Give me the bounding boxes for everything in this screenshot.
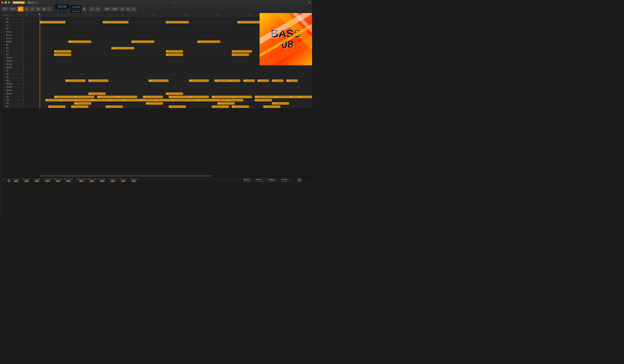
ma-acc-play[interactable]: ▶ bbox=[244, 181, 245, 182]
ma-acc-mute[interactable]: M bbox=[248, 181, 251, 182]
arrange-icon-1[interactable]: ☰ bbox=[4, 14, 5, 16]
sd-level-knob[interactable] bbox=[34, 180, 40, 182]
track-mute-btn[interactable]: ◀ bbox=[23, 86, 24, 88]
track-row[interactable] bbox=[25, 86, 312, 89]
track-header-mt[interactable]: 1 MT ◀ bbox=[3, 46, 25, 50]
clip-G#1-row-19[interactable]: G#1 bbox=[286, 79, 298, 82]
track-header-bd-acc[interactable]: 1 BD Acc ◀ bbox=[3, 92, 25, 95]
track-mute-btn[interactable]: ◀ bbox=[23, 47, 24, 49]
track-row[interactable]: D#1D#1D#1D#1D#1D#1D#1D#1D#1D#1D#1D#1D#1 bbox=[25, 95, 312, 98]
clip-D#1-row-24[interactable]: D#1 bbox=[74, 96, 94, 98]
clip-D#1-row-24[interactable]: D#1 bbox=[143, 96, 163, 98]
track-mute-btn[interactable]: ◀ bbox=[23, 106, 24, 108]
bpm-display[interactable]: 125.00 bbox=[55, 4, 69, 9]
track-header-ma[interactable]: 1 MA ◀ bbox=[3, 79, 25, 82]
clip-C#1-row-26[interactable]: C#1 bbox=[272, 102, 289, 105]
current-tab[interactable]: New 2 * ✕ bbox=[26, 1, 39, 4]
clip-C1-row-27[interactable]: C1 bbox=[71, 105, 88, 108]
track-mute-btn[interactable]: ◀ bbox=[23, 50, 24, 52]
track-mute-btn[interactable]: ◀ bbox=[23, 96, 24, 98]
track-mute-btn[interactable]: ◀ bbox=[23, 21, 24, 23]
clip-C1-row-27[interactable]: C1 bbox=[48, 105, 65, 108]
track-header-rs-acc[interactable]: 1 RS Acc ◀ bbox=[3, 40, 25, 43]
track-header-lt[interactable]: 1 LT ◀ bbox=[3, 50, 25, 53]
track-row[interactable]: C#1C#1C#1C#1 bbox=[25, 102, 312, 105]
bd-level-knob[interactable] bbox=[24, 180, 29, 182]
track-header-ma-acc[interactable]: 1 MA Acc ◀ bbox=[3, 66, 25, 69]
clip-G#1-row-19[interactable]: G#1 bbox=[243, 79, 255, 82]
clip-C1-row-27[interactable]: C1 bbox=[263, 105, 280, 108]
file-button[interactable]: FILE bbox=[1, 7, 8, 11]
clip-D3-row-1[interactable]: D3 bbox=[166, 21, 189, 23]
clip-launcher-button[interactable]: ☰ bbox=[125, 7, 130, 11]
cb-acc-solo[interactable]: S bbox=[271, 181, 273, 182]
acc-vol-knob[interactable] bbox=[14, 180, 19, 182]
clip-C1-row-27[interactable]: C1 bbox=[169, 105, 186, 108]
track-header-ch[interactable]: 1 CH ◀ bbox=[3, 98, 25, 102]
clip-G#1-row-19[interactable]: G#1 bbox=[189, 79, 209, 82]
track-mute-btn[interactable]: ◀ bbox=[23, 57, 24, 59]
track-header-cl[interactable]: 1 CL ◀ bbox=[3, 27, 25, 30]
track-row[interactable] bbox=[25, 76, 312, 79]
track-mute-btn[interactable]: ◀ bbox=[23, 90, 24, 91]
track-header-cy[interactable]: 1 CY ◀ bbox=[3, 69, 25, 72]
clip-D#1-row-24[interactable]: D#1 bbox=[298, 96, 312, 98]
track-row[interactable] bbox=[25, 82, 312, 86]
dm-power-btn[interactable]: ◯ bbox=[8, 179, 10, 182]
close-button[interactable] bbox=[1, 1, 4, 4]
cp-acc-solo[interactable]: S bbox=[258, 181, 260, 182]
clip-E2-row-11[interactable]: E2 bbox=[166, 53, 183, 56]
clip-D#1-row-24[interactable]: D#1 bbox=[169, 96, 189, 98]
track-mute-btn[interactable]: ◀ bbox=[23, 18, 24, 20]
position-display[interactable]: 1.3.2.23 bbox=[70, 5, 82, 9]
clip-E1-row-23[interactable]: E1 bbox=[88, 92, 105, 95]
track-row[interactable] bbox=[25, 69, 312, 72]
clip-D1-row-25[interactable]: D1 bbox=[123, 99, 140, 101]
clip-C1-row-27[interactable]: C1 bbox=[105, 105, 123, 108]
clip-C#1-row-26[interactable]: C#1 bbox=[74, 102, 91, 105]
clip-E1-row-23[interactable]: E1 bbox=[166, 92, 183, 95]
clip-F#2-row-9[interactable]: F#2 bbox=[111, 47, 134, 49]
clip-D1-row-25[interactable]: D1 bbox=[226, 99, 243, 101]
track-header-sd[interactable]: 1 SD ◀ bbox=[3, 102, 25, 105]
loop-button[interactable]: ⇄ bbox=[36, 7, 41, 11]
track-header-cb[interactable]: 1 CB ◀ bbox=[3, 72, 25, 76]
lct-knob[interactable] bbox=[45, 180, 50, 182]
clip-G#1-row-19[interactable]: G#1 bbox=[272, 79, 283, 82]
clip-D3-row-1[interactable]: D3 bbox=[237, 21, 260, 23]
clip-D1-row-25[interactable]: D1 bbox=[74, 99, 91, 101]
clip-C#1-row-26[interactable]: C#1 bbox=[217, 102, 234, 105]
track-header-cb-acc[interactable]: 1 CB Acc ◀ bbox=[3, 60, 25, 63]
clip-G#1-row-19[interactable]: G#1 bbox=[88, 79, 108, 82]
edit-button[interactable]: EDIT bbox=[111, 7, 119, 11]
automation-button[interactable]: ⊡ bbox=[120, 7, 125, 11]
add-button[interactable]: ADD bbox=[104, 7, 111, 11]
track-header-ht[interactable]: 1 HT ◀ bbox=[3, 43, 25, 46]
track-header-ch-acc[interactable]: 1 CH Acc ◀ bbox=[3, 86, 25, 89]
punch-button[interactable]: ⊞ bbox=[42, 7, 47, 11]
track-mute-btn[interactable]: ◀ bbox=[23, 38, 24, 39]
track-mute-btn[interactable]: ◀ bbox=[23, 99, 24, 101]
clip-G#1-row-19[interactable]: G#1 bbox=[149, 79, 169, 82]
clip-G#1-row-19[interactable]: G#1 bbox=[229, 79, 240, 82]
clip-G#2-row-7[interactable]: G#2 bbox=[68, 40, 91, 43]
track-header-lt-acc[interactable]: 1 LT Acc ◀ bbox=[3, 37, 25, 40]
ma-acc-solo[interactable]: S bbox=[246, 181, 248, 182]
play-label-button[interactable]: PLAY bbox=[9, 7, 17, 11]
ch-knob[interactable] bbox=[131, 180, 136, 182]
track-header-mt-acc[interactable]: 1 MT Acc ◀ bbox=[3, 34, 25, 37]
track-mute-btn[interactable]: ◀ bbox=[23, 64, 24, 65]
clip-D3-row-1[interactable]: D3 bbox=[103, 21, 129, 23]
hct-knob[interactable] bbox=[66, 180, 71, 182]
clip-F2-row-10[interactable]: F2 bbox=[232, 50, 252, 53]
cp-acc-play[interactable]: ▶ bbox=[256, 181, 258, 182]
track-header-bd[interactable]: 1 BD ◀ bbox=[3, 105, 25, 108]
clip-C#1-row-26[interactable]: C#1 bbox=[146, 102, 163, 105]
track-mute-btn[interactable]: ◀ bbox=[23, 76, 24, 78]
clip-G#1-row-19[interactable]: G#1 bbox=[65, 79, 85, 82]
minimize-button[interactable] bbox=[5, 1, 7, 4]
clip-E2-row-11[interactable]: E2 bbox=[54, 53, 71, 56]
oh-knob[interactable] bbox=[121, 180, 126, 182]
track-header-ht-acc[interactable]: 1 HT Acc ◀ bbox=[3, 30, 25, 34]
track-header-cp-acc[interactable]: 1 CP Acc ◀ bbox=[3, 63, 25, 66]
